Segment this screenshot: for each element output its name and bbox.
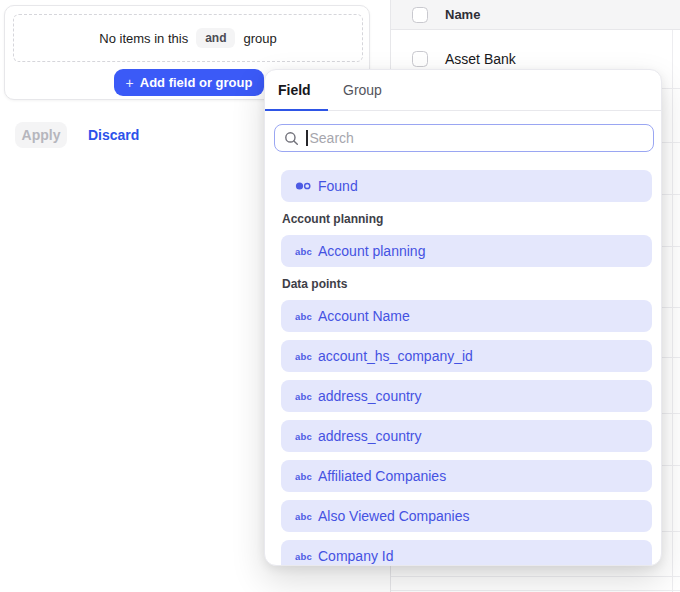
discard-link[interactable]: Discard <box>88 127 139 143</box>
field-list: Found Account planning abc Account plann… <box>281 170 652 566</box>
field-option-affiliated-companies[interactable]: abc Affiliated Companies <box>281 460 652 492</box>
section-title-account-planning: Account planning <box>282 212 652 226</box>
field-option-label: Affiliated Companies <box>318 468 446 484</box>
field-option-label: Account Name <box>318 308 410 324</box>
add-field-or-group-button[interactable]: + Add field or group <box>114 69 264 96</box>
section-title-data-points: Data points <box>282 277 652 291</box>
empty-group-dropzone: No items in this and group <box>13 14 363 62</box>
search-icon <box>284 131 299 146</box>
field-option-label: Account planning <box>318 243 425 259</box>
text-abc-icon: abc <box>295 246 313 257</box>
tab-group[interactable]: Group <box>343 82 382 98</box>
field-option-label: Company Id <box>318 548 393 564</box>
empty-group-text-suffix: group <box>243 31 276 46</box>
field-option-address-country-2[interactable]: abc address_country <box>281 420 652 452</box>
active-tab-underline <box>265 109 328 112</box>
empty-group-text-prefix: No items in this <box>99 31 188 46</box>
text-abc-icon: abc <box>295 391 313 402</box>
row-divider <box>390 576 680 577</box>
record-name-cell: Asset Bank <box>445 51 516 67</box>
text-abc-icon: abc <box>295 471 313 482</box>
field-option-label: account_hs_company_id <box>318 348 473 364</box>
header-checkbox[interactable] <box>412 7 428 23</box>
search-input[interactable]: Search <box>274 124 654 152</box>
filter-actions-row: Apply Discard <box>15 122 139 148</box>
text-abc-icon: abc <box>295 351 313 362</box>
and-operator-badge[interactable]: and <box>196 28 235 48</box>
field-option-company-id[interactable]: abc Company Id <box>281 540 652 566</box>
field-option-also-viewed-companies[interactable]: abc Also Viewed Companies <box>281 500 652 532</box>
field-option-label: Found <box>318 178 358 194</box>
field-option-label: Also Viewed Companies <box>318 508 470 524</box>
search-placeholder: Search <box>310 130 354 146</box>
table-header-row: Name <box>390 0 680 30</box>
toggle-icon <box>295 180 313 192</box>
field-option-account-hs-company-id[interactable]: abc account_hs_company_id <box>281 340 652 372</box>
plus-icon: + <box>126 75 134 91</box>
field-option-found[interactable]: Found <box>281 170 652 202</box>
field-option-label: address_country <box>318 428 422 444</box>
field-option-account-name[interactable]: abc Account Name <box>281 300 652 332</box>
field-option-account-planning[interactable]: abc Account planning <box>281 235 652 267</box>
text-abc-icon: abc <box>295 431 313 442</box>
row-checkbox[interactable] <box>412 51 428 67</box>
text-cursor <box>306 130 308 146</box>
field-picker-panel: Field Group Search Found Account plannin… <box>264 69 662 566</box>
add-field-or-group-label: Add field or group <box>140 75 253 90</box>
field-option-address-country-1[interactable]: abc address_country <box>281 380 652 412</box>
column-header-name: Name <box>445 7 480 22</box>
field-option-label: address_country <box>318 388 422 404</box>
apply-button[interactable]: Apply <box>15 122 67 148</box>
tab-field[interactable]: Field <box>278 82 311 98</box>
text-abc-icon: abc <box>295 311 313 322</box>
text-abc-icon: abc <box>295 511 313 522</box>
text-abc-icon: abc <box>295 551 313 562</box>
row-divider <box>390 590 680 591</box>
